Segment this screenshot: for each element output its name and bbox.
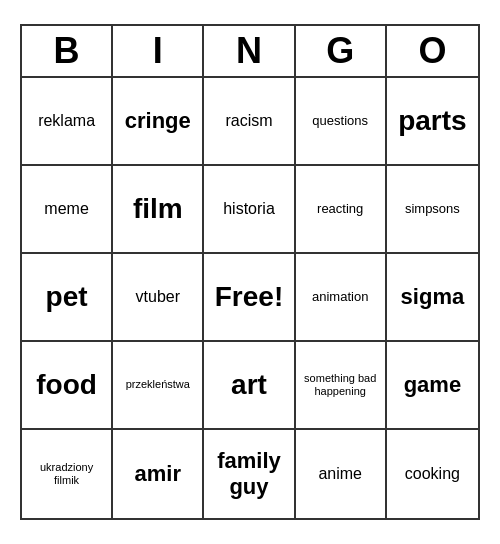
bingo-cell[interactable]: przekleństwa: [113, 342, 204, 430]
cell-text: art: [231, 368, 267, 402]
bingo-cell[interactable]: simpsons: [387, 166, 478, 254]
header-letter: B: [22, 26, 113, 76]
bingo-cell[interactable]: amir: [113, 430, 204, 518]
cell-text: reacting: [317, 201, 363, 217]
cell-text: Free!: [215, 280, 283, 314]
bingo-cell[interactable]: racism: [204, 78, 295, 166]
bingo-cell[interactable]: Free!: [204, 254, 295, 342]
cell-text: questions: [312, 113, 368, 129]
header-letter: O: [387, 26, 478, 76]
bingo-cell[interactable]: ukradziony filmik: [22, 430, 113, 518]
cell-text: ukradziony filmik: [26, 461, 107, 487]
bingo-cell[interactable]: game: [387, 342, 478, 430]
header-letter: I: [113, 26, 204, 76]
cell-text: animation: [312, 289, 368, 305]
bingo-cell[interactable]: parts: [387, 78, 478, 166]
bingo-cell[interactable]: sigma: [387, 254, 478, 342]
cell-text: racism: [225, 111, 272, 130]
bingo-cell[interactable]: reklama: [22, 78, 113, 166]
cell-text: family guy: [208, 448, 289, 501]
header-letter: G: [296, 26, 387, 76]
bingo-cell[interactable]: anime: [296, 430, 387, 518]
cell-text: meme: [44, 199, 88, 218]
cell-text: film: [133, 192, 183, 226]
cell-text: something bad happening: [300, 372, 381, 398]
cell-text: amir: [135, 461, 181, 487]
bingo-cell[interactable]: meme: [22, 166, 113, 254]
bingo-grid: reklamacringeracismquestionspartsmemefil…: [22, 78, 478, 518]
cell-text: anime: [318, 464, 362, 483]
bingo-header: BINGO: [22, 26, 478, 78]
cell-text: parts: [398, 104, 466, 138]
cell-text: cringe: [125, 108, 191, 134]
bingo-cell[interactable]: vtuber: [113, 254, 204, 342]
header-letter: N: [204, 26, 295, 76]
bingo-cell[interactable]: animation: [296, 254, 387, 342]
bingo-cell[interactable]: reacting: [296, 166, 387, 254]
cell-text: reklama: [38, 111, 95, 130]
bingo-card: BINGO reklamacringeracismquestionspartsm…: [20, 24, 480, 520]
cell-text: game: [404, 372, 461, 398]
cell-text: przekleństwa: [126, 378, 190, 391]
cell-text: cooking: [405, 464, 460, 483]
bingo-cell[interactable]: family guy: [204, 430, 295, 518]
bingo-cell[interactable]: film: [113, 166, 204, 254]
bingo-cell[interactable]: cringe: [113, 78, 204, 166]
bingo-cell[interactable]: art: [204, 342, 295, 430]
bingo-cell[interactable]: something bad happening: [296, 342, 387, 430]
cell-text: sigma: [401, 284, 465, 310]
bingo-cell[interactable]: cooking: [387, 430, 478, 518]
bingo-cell[interactable]: pet: [22, 254, 113, 342]
cell-text: food: [36, 368, 97, 402]
cell-text: historia: [223, 199, 275, 218]
cell-text: vtuber: [136, 287, 180, 306]
bingo-cell[interactable]: food: [22, 342, 113, 430]
cell-text: pet: [46, 280, 88, 314]
bingo-cell[interactable]: questions: [296, 78, 387, 166]
cell-text: simpsons: [405, 201, 460, 217]
bingo-cell[interactable]: historia: [204, 166, 295, 254]
